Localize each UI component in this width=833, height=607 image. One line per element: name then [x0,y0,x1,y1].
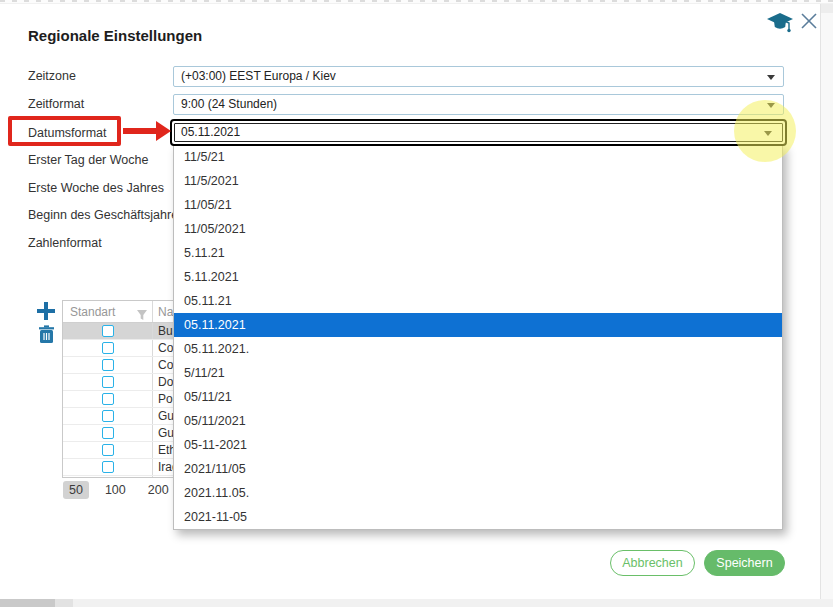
dropdown-option[interactable]: 2021/11/05 [174,457,782,481]
chevron-down-icon [767,103,775,108]
dropdown-option[interactable]: 2021-11-05 [174,505,782,529]
horizontal-scrollbar-segment [55,599,73,607]
save-button[interactable]: Speichern [704,550,785,576]
dropdown-option[interactable]: 5.11.2021 [174,265,782,289]
row-checkbox[interactable] [102,461,114,473]
filter-funnel-icon[interactable] [136,306,148,328]
label-zeitzone: Zeitzone [28,69,76,83]
column-header-standart: Standart [63,301,153,322]
chevron-down-icon [767,75,775,80]
row-checkbox[interactable] [102,359,114,371]
label-beginn-des-geschaeftsjahres: Beginn des Geschäftsjahres [28,208,184,222]
scrollbar-up-arrow[interactable] [821,4,833,13]
dropdown-option[interactable]: 11/5/2021 [174,169,782,193]
dateformat-value: 05.11.2021 [181,125,240,139]
horizontal-scrollbar-thumb[interactable] [0,599,55,607]
annotation-arrow-head [156,121,171,141]
dropdown-option[interactable]: 05/11/2021 [174,409,782,433]
dropdown-option[interactable]: 11/05/21 [174,193,782,217]
dropdown-option[interactable]: 05.11.21 [174,289,782,313]
timezone-value: (+03:00) EEST Europa / Kiev [181,69,336,83]
vertical-scrollbar[interactable] [820,4,833,599]
cancel-button[interactable]: Abbrechen [610,550,695,576]
dropdown-option[interactable]: 05.11.2021. [174,337,782,361]
row-checkbox[interactable] [102,410,114,422]
page-title: Regionale Einstellungen [28,27,202,44]
row-checkbox[interactable] [102,427,114,439]
page-size-50[interactable]: 50 [63,481,89,499]
close-icon[interactable] [800,12,818,30]
annotation-arrow [123,128,157,134]
dropdown-option[interactable]: 11/05/2021 [174,217,782,241]
dropdown-option[interactable]: 05/11/21 [174,385,782,409]
dropdown-option[interactable]: 5/11/21 [174,361,782,385]
timeformat-value: 9:00 (24 Stunden) [181,97,277,111]
page-top-edge [0,0,833,4]
dropdown-option[interactable]: 5.11.21 [174,241,782,265]
label-zeitformat: Zeitformat [28,97,84,111]
dropdown-option[interactable]: 2021.11.05. [174,481,782,505]
page-size-200[interactable]: 200 [142,481,175,499]
horizontal-scrollbar[interactable] [0,599,833,607]
page-size-100[interactable]: 100 [99,481,132,499]
dropdown-option-selected[interactable]: 05.11.2021 [174,313,782,337]
label-erste-woche-des-jahres: Erste Woche des Jahres [28,181,164,195]
row-checkbox[interactable] [102,393,114,405]
dropdown-option[interactable]: 05-11-2021 [174,433,782,457]
label-zahlenformat: Zahlenformat [28,236,102,250]
row-checkbox[interactable] [102,444,114,456]
regional-settings-dialog: Regionale Einstellungen Zeitzone Zeitfor… [0,0,833,607]
row-checkbox[interactable] [102,376,114,388]
row-checkbox[interactable] [102,325,114,337]
dateformat-dropdown-list: 11/5/21 11/5/2021 11/05/21 11/05/2021 5.… [173,144,783,530]
dropdown-option[interactable]: 11/5/21 [174,145,782,169]
graduation-cap-icon[interactable] [765,10,795,36]
chevron-down-icon [764,131,772,136]
page-size-selector: 50 100 200 [63,481,175,499]
add-row-button[interactable] [35,300,57,322]
timeformat-select[interactable]: 9:00 (24 Stunden) [173,94,784,115]
timezone-select[interactable]: (+03:00) EEST Europa / Kiev [173,66,784,87]
label-erster-tag-der-woche: Erster Tag der Woche [28,153,148,167]
label-datumsformat: Datumsformat [28,126,107,140]
dateformat-select[interactable]: 05.11.2021 [170,119,787,146]
row-checkbox[interactable] [102,342,114,354]
delete-row-button[interactable] [38,325,55,344]
